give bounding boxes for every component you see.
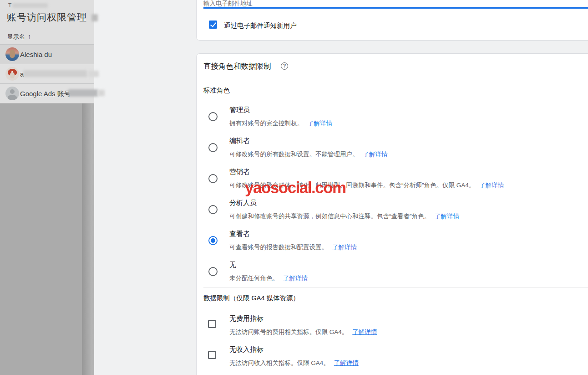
role-label: 管理员 [229,106,250,114]
radio-analyst[interactable] [208,205,218,214]
restriction-description-text: 无法访问账号的费用相关指标。仅限 GA4。 [229,329,348,335]
redaction-blur [88,71,99,77]
learn-more-link[interactable]: 了解详情 [479,182,504,189]
column-header-label: 显示名 [7,33,25,40]
radio-editor[interactable] [208,143,218,152]
restriction-description: 无法访问收入相关指标。仅限 GA4。了解详情 [229,359,359,367]
role-label: 分析人员 [229,199,257,207]
learn-more-link[interactable]: 了解详情 [334,360,359,366]
role-description: 可修改账号的所有数据和设置。不能管理用户。了解详情 [229,150,388,159]
redaction-blur [98,90,105,96]
account-breadcrumb: T [8,2,11,9]
role-description: 未分配任何角色。了解详情 [229,274,308,283]
learn-more-link[interactable]: 了解详情 [352,329,377,335]
section-divider [203,288,588,288]
account-access-management-screen: T 账号访问权限管理 显示名↑ Aleshia du a Google Ads … [0,0,588,375]
email-input[interactable] [203,0,385,7]
checkbox-no-cost-metrics[interactable] [208,320,216,328]
avatar-dog-illustration [5,67,19,81]
notify-checkbox-label: 通过电子邮件通知新用户 [224,21,297,30]
learn-more-link[interactable]: 了解详情 [435,213,459,220]
user-name: Aleshia du [20,51,52,58]
learn-more-link[interactable]: 了解详情 [332,244,357,251]
display-name-column-header[interactable]: 显示名↑ [7,33,31,41]
standard-roles-subtitle: 标准角色 [203,86,230,95]
radio-viewer-selected[interactable] [208,236,218,245]
notify-checkbox[interactable] [209,21,217,29]
page-title: 账号访问权限管理 [7,11,87,24]
radio-marketer[interactable] [208,174,218,183]
user-row-aleshia[interactable]: Aleshia du [0,45,94,64]
role-label: 无 [229,261,236,269]
user-name: Google Ads 账号 [20,90,71,98]
role-description: 可查看账号的报告数据和配置设置。了解详情 [229,243,357,252]
role-description-text: 未分配任何角色。 [229,275,279,282]
restriction-label: 无费用指标 [229,314,264,323]
role-description-text: 可修改账号的所有数据和设置。不能管理用户。 [229,151,359,158]
restriction-description: 无法访问账号的费用相关指标。仅限 GA4。了解详情 [229,328,377,336]
learn-more-link[interactable]: 了解详情 [283,275,308,282]
role-description-text: 可创建和修改账号的共享资源，例如信息中心和注释。包含“查看者”角色。 [229,213,430,220]
redaction-blur [12,3,48,8]
role-label: 查看者 [229,230,250,238]
checkbox-no-revenue-metrics[interactable] [208,351,216,359]
restriction-label: 无收入指标 [229,345,264,354]
role-label: 编辑者 [229,137,250,145]
roles-section-title: 直接角色和数据限制 [203,62,271,72]
users-sidebar: T 账号访问权限管理 显示名↑ Aleshia du a Google Ads … [0,0,94,375]
site-watermark: yaosocial.com [245,179,346,197]
data-restrictions-title: 数据限制（仅限 GA4 媒体资源） [203,294,299,303]
redaction-blur [68,89,98,97]
radio-none[interactable] [208,267,218,276]
sort-asc-icon: ↑ [28,33,31,40]
help-icon[interactable]: ? [281,62,288,70]
role-description: 拥有对账号的完全控制权。了解详情 [229,119,332,128]
avatar-default-person-icon [5,87,19,100]
radio-admin[interactable] [208,112,218,121]
redaction-blur [23,70,87,77]
role-description-text: 拥有对账号的完全控制权。 [229,120,303,127]
role-description-text: 可查看账号的报告数据和配置设置。 [229,244,328,251]
role-description: 可创建和修改账号的共享资源，例如信息中心和注释。包含“查看者”角色。了解详情 [229,212,459,221]
role-label: 营销者 [229,168,250,176]
sidebar-scroll-shadow [82,103,94,375]
redaction-blur [91,14,98,21]
email-input-focus-underline [203,7,588,9]
restriction-description-text: 无法访问收入相关指标。仅限 GA4。 [229,360,329,366]
learn-more-link[interactable]: 了解详情 [363,151,388,158]
avatar-cat-illustration [5,47,19,61]
learn-more-link[interactable]: 了解详情 [308,120,332,127]
